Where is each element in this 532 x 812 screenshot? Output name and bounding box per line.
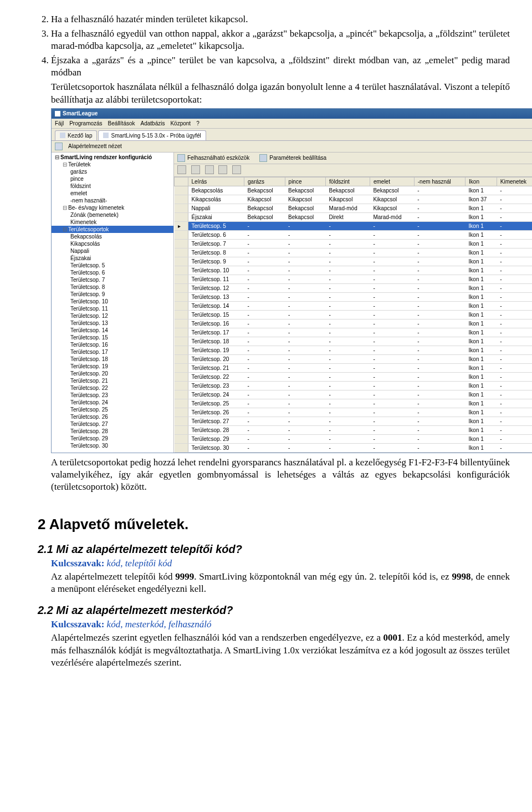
cell[interactable]: Ikon 1 (466, 248, 497, 257)
cell[interactable]: - (285, 319, 326, 328)
row-selector[interactable] (175, 337, 188, 346)
cell[interactable]: - (370, 355, 414, 364)
cell[interactable]: Ikon 1 (466, 275, 497, 284)
row-selector[interactable] (175, 257, 188, 266)
cell[interactable]: - (370, 364, 414, 373)
cell[interactable]: Kikapcsol (326, 195, 370, 204)
cell[interactable]: - (497, 417, 532, 426)
table-row[interactable]: BekapcsolásBekapcsolBekapcsolBekapcsolBe… (175, 186, 533, 195)
table-row[interactable]: ▸Területcsop. 5-----Ikon 1- (175, 222, 533, 231)
cell[interactable]: - (497, 186, 532, 195)
row-selector[interactable]: ▸ (175, 222, 188, 231)
menu-item[interactable]: Adatbázis (141, 120, 165, 126)
cell[interactable]: Ikon 1 (466, 213, 497, 222)
cell[interactable]: Területcsop. 13 (188, 293, 244, 302)
table-row[interactable]: Területcsop. 15-----Ikon 1- (175, 311, 533, 319)
column-header[interactable]: Ikon (466, 177, 497, 186)
table-row[interactable]: Területcsop. 19-----Ikon 1- (175, 346, 533, 355)
menu-item[interactable]: Programozás (69, 120, 102, 126)
row-selector[interactable] (175, 319, 188, 328)
cell[interactable]: - (497, 328, 532, 337)
tree-node[interactable]: ⊟SmartLiving rendszer konfiguráció (52, 154, 173, 161)
cell[interactable]: Nappali (188, 204, 244, 213)
toolbar-btn-3[interactable] (205, 165, 214, 174)
row-selector[interactable] (175, 373, 188, 382)
cell[interactable]: - (244, 328, 285, 337)
cell[interactable]: Területcsop. 26 (188, 408, 244, 417)
tree-node[interactable]: Területcsop. 5 (52, 262, 173, 269)
cell[interactable]: - (370, 231, 414, 240)
cell[interactable]: Bekapcsol (244, 186, 285, 195)
tree-node[interactable]: Területcsop. 15 (52, 334, 173, 341)
cell[interactable]: - (497, 213, 532, 222)
table-row[interactable]: Területcsop. 24-----Ikon 1- (175, 390, 533, 399)
cell[interactable]: Területcsop. 23 (188, 382, 244, 390)
column-header[interactable]: emelet (370, 177, 414, 186)
cell[interactable]: Területcsop. 7 (188, 240, 244, 248)
table-row[interactable]: Területcsop. 20-----Ikon 1- (175, 355, 533, 364)
menu-item[interactable]: Beállítások (108, 120, 135, 126)
cell[interactable]: - (285, 275, 326, 284)
cell[interactable]: - (244, 266, 285, 275)
column-header[interactable]: földszint (326, 177, 370, 186)
table-row[interactable]: Területcsop. 17-----Ikon 1- (175, 328, 533, 337)
cell[interactable]: - (414, 426, 465, 435)
cell[interactable]: Direkt (326, 213, 370, 222)
cell[interactable]: - (244, 399, 285, 408)
cell[interactable]: - (497, 311, 532, 319)
grid-toolbar[interactable] (174, 164, 532, 177)
cell[interactable]: - (370, 240, 414, 248)
cell[interactable]: - (497, 382, 532, 390)
cell[interactable]: - (326, 364, 370, 373)
row-selector[interactable] (175, 435, 188, 444)
cell[interactable]: Területcsop. 22 (188, 373, 244, 382)
cell[interactable]: - (497, 266, 532, 275)
cell[interactable]: Kikapcsol (370, 195, 414, 204)
tree-node[interactable]: Bekapcsolás (52, 233, 173, 240)
table-row[interactable]: Területcsop. 6-----Ikon 1- (175, 231, 533, 240)
tree-node[interactable]: emelet (52, 190, 173, 197)
panel-tab[interactable]: Paraméterek beállítása (259, 154, 326, 162)
cell[interactable]: - (497, 408, 532, 417)
cell[interactable]: - (414, 186, 465, 195)
cell[interactable]: - (414, 399, 465, 408)
table-row[interactable]: ÉjszakaiBekapcsolBekapcsolDirektMarad-mó… (175, 213, 533, 222)
cell[interactable]: Területcsop. 5 (188, 222, 244, 231)
cell[interactable]: - (414, 337, 465, 346)
table-row[interactable]: Területcsop. 23-----Ikon 1- (175, 382, 533, 390)
table-row[interactable]: Területcsop. 13-----Ikon 1- (175, 293, 533, 302)
cell[interactable]: - (285, 231, 326, 240)
cell[interactable]: Területcsop. 11 (188, 275, 244, 284)
cell[interactable]: Területcsop. 24 (188, 390, 244, 399)
cell[interactable]: - (497, 399, 532, 408)
cell[interactable]: - (370, 222, 414, 231)
cell[interactable]: Területcsop. 14 (188, 302, 244, 311)
tree-node[interactable]: Területcsop. 22 (52, 384, 173, 392)
cell[interactable]: Ikon 1 (466, 293, 497, 302)
cell[interactable]: - (244, 222, 285, 231)
cell[interactable]: - (244, 293, 285, 302)
cell[interactable]: - (244, 435, 285, 444)
expand-icon[interactable]: ⊟ (63, 205, 67, 211)
tree-node[interactable]: pince (52, 175, 173, 182)
cell[interactable]: - (370, 275, 414, 284)
toolbar-btn-4[interactable] (218, 165, 227, 174)
table-row[interactable]: Területcsop. 30-----Ikon 1- (175, 444, 533, 453)
cell[interactable]: - (326, 231, 370, 240)
document-tab[interactable]: SmartLiving 5-15 3.0x - Próba ügyfél (98, 130, 206, 140)
scenario-grid[interactable]: Leírásgarázspinceföldszintemelet-nem has… (174, 177, 532, 453)
window-titlebar[interactable]: SmartLeague (52, 109, 532, 119)
column-header[interactable]: -nem használ (414, 177, 465, 186)
table-row[interactable]: KikapcsolásKikapcsolKikapcsolKikapcsolKi… (175, 195, 533, 204)
cell[interactable]: Ikon 1 (466, 240, 497, 248)
cell[interactable]: - (285, 240, 326, 248)
table-row[interactable]: NappaliBekapcsolBekapcsolMarad-módKikapc… (175, 204, 533, 213)
cell[interactable]: - (285, 417, 326, 426)
cell[interactable]: - (497, 248, 532, 257)
cell[interactable]: - (370, 390, 414, 399)
row-selector[interactable] (175, 248, 188, 257)
row-selector[interactable] (175, 266, 188, 275)
cell[interactable]: Bekapcsol (285, 186, 326, 195)
cell[interactable]: - (326, 399, 370, 408)
tree-node[interactable]: Területcsop. 10 (52, 298, 173, 305)
